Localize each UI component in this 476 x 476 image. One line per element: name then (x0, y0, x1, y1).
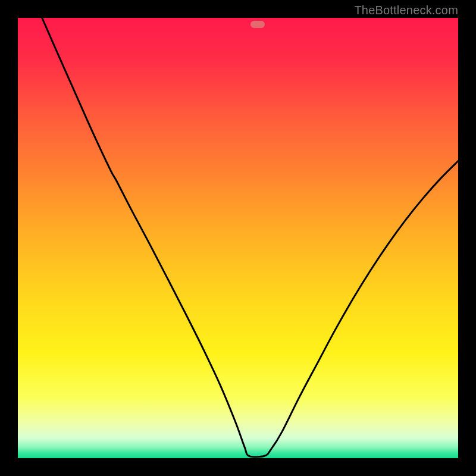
bottleneck-curve (42, 18, 458, 457)
curve-layer (18, 18, 458, 458)
plot-area (18, 18, 458, 458)
watermark-text: TheBottleneck.com (354, 4, 458, 17)
optimum-marker (250, 21, 265, 28)
chart-stage: TheBottleneck.com (0, 0, 476, 476)
